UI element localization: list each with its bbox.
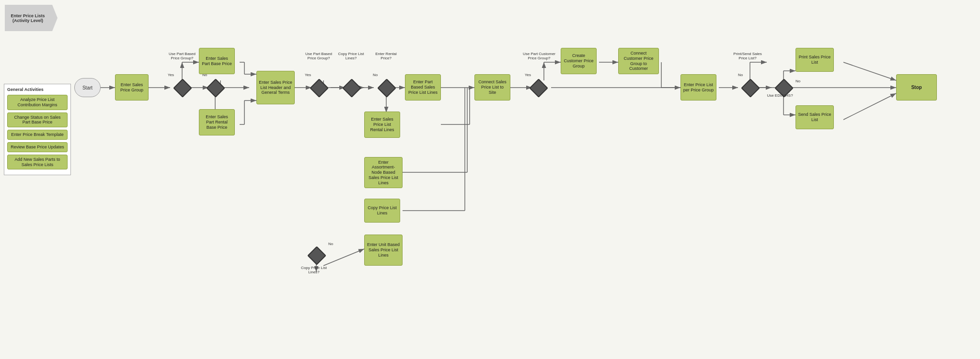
start-label: Start [82, 85, 92, 90]
label-no-4: No [796, 79, 800, 83]
send-sales-price-list[interactable]: Send Sales Price List [796, 105, 834, 129]
print-sales-price-list[interactable]: Print Sales Price List [796, 48, 834, 72]
label-copy-price-1: Copy Price List Lines? [335, 52, 367, 60]
label-yes-3: Yes [525, 73, 531, 77]
enter-sales-part-base-price[interactable]: Enter Sales Part Base Price [199, 48, 235, 74]
label-use-part-based-1: Use Part Based Price Group? [165, 52, 199, 60]
diamond-enter-rental-2 [377, 79, 396, 98]
general-item-review-base-price[interactable]: Review Base Price Updates [7, 142, 68, 152]
create-customer-price-group[interactable]: Create Customer Price Group [561, 48, 597, 74]
label-no-3: No [738, 73, 743, 77]
general-item-change-status[interactable]: Change Status on Sales Part Base Price [7, 112, 68, 128]
label-use-edi: Use EDI/MHS? [767, 93, 793, 98]
diagram-container: Enter Price Lists (Activity Level) Start… [0, 0, 980, 359]
svg-line-30 [323, 249, 364, 266]
enter-sales-price-list-rental-lines[interactable]: Enter Sales Price List Rental Lines [364, 112, 400, 138]
diamond-use-part-customer [529, 79, 548, 98]
label-use-part-customer: Use Part Customer Price Group? [520, 52, 558, 60]
enter-unit-based-sales-price-list-lines[interactable]: Enter Unit Based Sales Price List Lines [364, 235, 403, 266]
enter-price-list-per-price-group[interactable]: Enter Price List per Price Group [680, 74, 716, 101]
copy-price-list-lines[interactable]: Copy Price List Lines [364, 199, 400, 223]
title-banner: Enter Price Lists (Activity Level) [5, 5, 58, 31]
general-item-add-new-sales[interactable]: Add New Sales Parts to Sales Price Lists [7, 155, 68, 170]
label-no-bottom: No [328, 242, 333, 246]
svg-line-46 [843, 62, 896, 80]
diamond-copy-price-bottom [307, 246, 326, 265]
diamond-use-part-based-1 [173, 79, 192, 98]
svg-line-47 [843, 93, 896, 120]
enter-sales-price-group[interactable]: Enter Sales Price Group [115, 74, 149, 101]
enter-sales-price-list-header[interactable]: Enter Sales Price List Header and Genera… [256, 71, 295, 104]
general-item-enter-price-break[interactable]: Enter Price Break Template [7, 130, 68, 140]
diamond-enter-rental-1 [206, 79, 225, 98]
enter-sales-part-rental-base-price[interactable]: Enter Sales Part Rental Base Price [199, 109, 235, 135]
label-use-part-based-2: Use Part Based Price Group? [302, 52, 335, 60]
diamond-print-send [741, 79, 760, 98]
label-enter-rental-2: Enter Rental Price? [370, 52, 402, 60]
general-item-analyze[interactable]: Analyze Price List Contribution Margins [7, 95, 68, 110]
connect-sales-price-list-to-site[interactable]: Connect Sales Price List to Site [474, 74, 510, 101]
label-yes-1: Yes [168, 73, 174, 77]
stop-label: Stop [911, 85, 922, 90]
diamond-use-part-based-2 [310, 79, 329, 98]
stop-box: Stop [896, 74, 937, 101]
enter-assortment-node-based[interactable]: Enter Assortment-Node Based Sales Price … [364, 157, 403, 188]
connect-customer-price-group-to-customer[interactable]: Connect Customer Price Group to Customer [618, 48, 659, 74]
label-no-2: No [373, 73, 378, 77]
label-print-send: Print/Send Sales Price List? [728, 52, 767, 60]
label-copy-price-bottom: Copy Price List Lines? [297, 266, 331, 274]
title-text: Enter Price Lists (Activity Level) [10, 13, 46, 23]
start-oval: Start [74, 78, 101, 97]
enter-part-based-sales-price-list-lines[interactable]: Enter Part Based Sales Price List Lines [405, 74, 441, 101]
diamond-copy-price-1 [342, 79, 361, 98]
label-yes-2: Yes [305, 73, 311, 77]
general-activities-panel: General Activities Analyze Price List Co… [4, 84, 71, 175]
general-panel-title: General Activities [7, 87, 68, 92]
